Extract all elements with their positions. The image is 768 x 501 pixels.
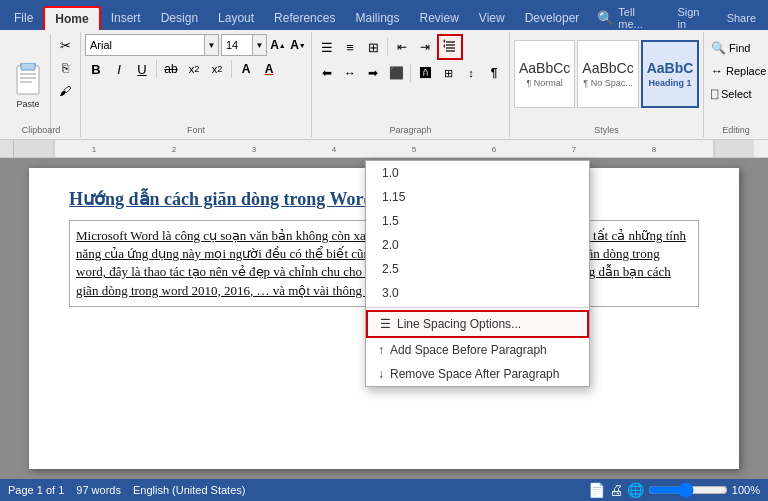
svg-marker-10 (443, 39, 445, 43)
align-right-button[interactable]: ➡ (362, 62, 384, 84)
underline-button[interactable]: U (131, 58, 153, 80)
view-controls: 📄 🖨 🌐 100% (588, 482, 760, 498)
svg-marker-11 (443, 44, 445, 48)
select-button[interactable]: ⎕Select (710, 84, 762, 104)
line-spacing-dropdown: 1.0 1.15 1.5 2.0 2.5 3.0 ☰ Line Spacing … (365, 160, 590, 387)
svg-text:6: 6 (492, 145, 497, 154)
ls-value-2[interactable]: 1.15 (366, 185, 589, 209)
paste-button[interactable]: Paste (6, 34, 50, 135)
tab-references[interactable]: References (264, 6, 345, 30)
svg-rect-3 (20, 73, 36, 75)
style-heading1[interactable]: AaBbC Heading 1 (641, 40, 699, 108)
shrink-font-button[interactable]: A▼ (289, 34, 307, 56)
zoom-slider[interactable] (648, 484, 728, 496)
decrease-indent-button[interactable]: ⇤ (391, 36, 413, 58)
ruler: 1 2 3 4 5 6 7 8 (0, 140, 768, 158)
tab-file[interactable]: File (4, 6, 43, 30)
ls-value-3[interactable]: 1.5 (366, 209, 589, 233)
tab-design[interactable]: Design (151, 6, 208, 30)
shading-button[interactable]: 🅰 (414, 62, 436, 84)
ls-value-5[interactable]: 2.5 (366, 257, 589, 281)
strikethrough-button[interactable]: ab (160, 58, 182, 80)
numbering-button[interactable]: ≡ (339, 36, 361, 58)
ls-value-1[interactable]: 1.0 (366, 161, 589, 185)
paste-label: Paste (16, 99, 39, 109)
sort-button[interactable]: ↕ (460, 62, 482, 84)
font-size-input[interactable] (221, 34, 253, 56)
find-button[interactable]: 🔍Find (710, 38, 762, 58)
font-name-dropdown[interactable]: ▼ (205, 34, 219, 56)
svg-text:8: 8 (652, 145, 657, 154)
svg-text:7: 7 (572, 145, 577, 154)
svg-text:3: 3 (252, 145, 257, 154)
font-group-label: Font (81, 125, 311, 135)
tab-mailings[interactable]: Mailings (345, 6, 409, 30)
svg-text:1: 1 (92, 145, 97, 154)
editing-group: 🔍Find ↔Replace ⎕Select Editing (704, 32, 768, 137)
ls-value-4[interactable]: 2.0 (366, 233, 589, 257)
view-print-button[interactable]: 🖨 (609, 482, 623, 498)
borders-button[interactable]: ⊞ (437, 62, 459, 84)
superscript-button[interactable]: x2 (206, 58, 228, 80)
svg-rect-12 (14, 140, 54, 158)
svg-text:2: 2 (172, 145, 177, 154)
copy-button[interactable]: ⎘ (54, 57, 76, 79)
replace-button[interactable]: ↔Replace (710, 61, 762, 81)
svg-rect-5 (20, 81, 32, 83)
word-count: 97 words (76, 484, 121, 496)
styles-gallery: AaBbCc ¶ Normal AaBbCc ¶ No Spac... AaBb… (514, 34, 699, 114)
align-center-button[interactable]: ↔ (339, 62, 361, 84)
clipboard-label: Clipboard (2, 125, 80, 135)
svg-rect-13 (714, 140, 754, 158)
increase-indent-button[interactable]: ⇥ (414, 36, 436, 58)
page-indicator: Page 1 of 1 (8, 484, 64, 496)
tab-view[interactable]: View (469, 6, 515, 30)
tab-layout[interactable]: Layout (208, 6, 264, 30)
paragraph-group: ☰ ≡ ⊞ ⇤ ⇥ ⬅ ↔ ➡ (312, 32, 510, 137)
tab-insert[interactable]: Insert (101, 6, 151, 30)
tell-me-box[interactable]: 🔍 Tell me... (589, 6, 669, 30)
language-indicator: English (United States) (133, 484, 246, 496)
sign-in-button[interactable]: Sign in (669, 6, 718, 30)
ls-options-2[interactable]: ↑ Add Space Before Paragraph (366, 338, 589, 362)
svg-text:4: 4 (332, 145, 337, 154)
align-left-button[interactable]: ⬅ (316, 62, 338, 84)
status-bar: Page 1 of 1 97 words English (United Sta… (0, 479, 768, 501)
svg-rect-4 (20, 77, 36, 79)
svg-text:5: 5 (412, 145, 417, 154)
subscript-button[interactable]: x2 (183, 58, 205, 80)
tab-review[interactable]: Review (409, 6, 468, 30)
grow-font-button[interactable]: A▲ (269, 34, 287, 56)
styles-group-label: Styles (510, 125, 703, 135)
justify-button[interactable]: ⬛ (385, 62, 407, 84)
multilevel-list-button[interactable]: ⊞ (362, 36, 384, 58)
svg-rect-2 (21, 63, 35, 70)
style-normal[interactable]: AaBbCc ¶ Normal (514, 40, 575, 108)
paragraph-group-label: Paragraph (312, 125, 509, 135)
style-no-spacing[interactable]: AaBbCc ¶ No Spac... (577, 40, 638, 108)
tab-home[interactable]: Home (43, 6, 100, 30)
ls-value-6[interactable]: 3.0 (366, 281, 589, 305)
zoom-level: 100% (732, 484, 760, 496)
editing-label: Editing (704, 125, 768, 135)
italic-button[interactable]: I (108, 58, 130, 80)
view-web-button[interactable]: 🌐 (627, 482, 644, 498)
format-painter-button[interactable]: 🖌 (54, 80, 76, 102)
font-group: ▼ ▼ A▲ A▼ B I U ab x2 x2 A A Fon (81, 32, 312, 137)
font-color-button[interactable]: A (258, 58, 280, 80)
show-hide-button[interactable]: ¶ (483, 62, 505, 84)
bold-button[interactable]: B (85, 58, 107, 80)
ls-options-1[interactable]: ☰ Line Spacing Options... (366, 310, 589, 338)
share-button[interactable]: Share (719, 6, 764, 30)
ls-options-3[interactable]: ↓ Remove Space After Paragraph (366, 362, 589, 386)
clipboard-group: Paste ✂ ⎘ 🖌 Clipboard (2, 32, 81, 137)
tab-developer[interactable]: Developer (515, 6, 590, 30)
text-highlight-button[interactable]: A (235, 58, 257, 80)
bullets-button[interactable]: ☰ (316, 36, 338, 58)
cut-button[interactable]: ✂ (54, 34, 76, 56)
view-read-button[interactable]: 📄 (588, 482, 605, 498)
font-size-dropdown[interactable]: ▼ (253, 34, 267, 56)
styles-group: AaBbCc ¶ Normal AaBbCc ¶ No Spac... AaBb… (510, 32, 704, 137)
font-name-input[interactable] (85, 34, 205, 56)
line-spacing-button[interactable] (437, 34, 463, 60)
